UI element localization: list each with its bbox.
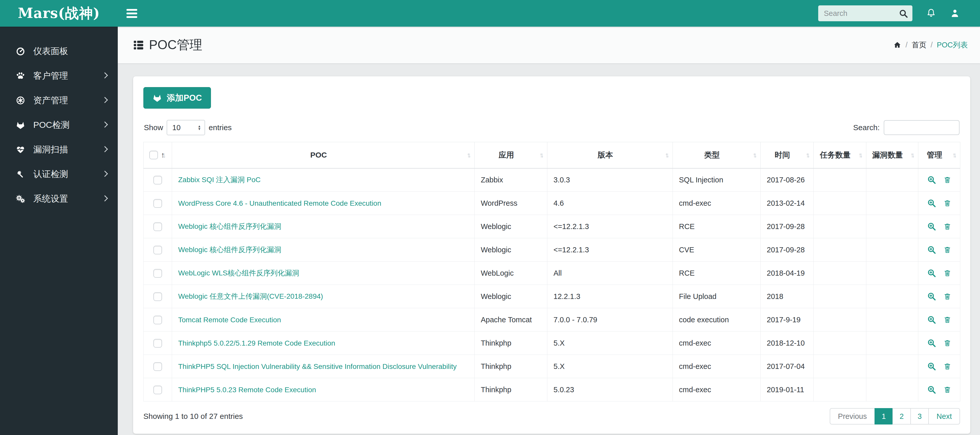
task-count-cell — [814, 192, 866, 215]
select-all-checkbox[interactable] — [149, 151, 158, 159]
vuln-count-cell — [866, 215, 918, 238]
sidebar-item-vulnerability-scan[interactable]: 漏洞扫描 — [0, 137, 118, 162]
app-cell: Zabbix — [475, 168, 547, 192]
search-icon[interactable] — [899, 9, 908, 18]
sidebar-item-auth-detection[interactable]: 认证检测 — [0, 162, 118, 186]
poc-link[interactable]: WordPress Core 4.6 - Unauthenticated Rem… — [178, 199, 381, 207]
row-checkbox[interactable] — [153, 176, 162, 185]
topbar-search-input[interactable] — [818, 5, 912, 21]
delete-poc-button[interactable] — [943, 246, 951, 254]
poc-link[interactable]: Tomcat Remote Code Execution — [178, 316, 281, 324]
view-poc-button[interactable] — [927, 245, 936, 254]
add-poc-button[interactable]: 添加POC — [143, 87, 211, 108]
time-cell: 2017-08-26 — [760, 168, 814, 192]
delete-poc-button[interactable] — [943, 293, 951, 301]
entries-label: entries — [208, 123, 232, 132]
type-cell: RCE — [673, 261, 760, 285]
delete-poc-button[interactable] — [943, 269, 951, 277]
poc-link[interactable]: Thinkphp5 5.0.22/5.1.29 Remote Code Exec… — [178, 339, 335, 347]
poc-link[interactable]: Zabbix SQI 注入漏洞 PoC — [178, 176, 261, 184]
column-header-type[interactable]: 类型↑↓ — [673, 142, 760, 168]
row-checkbox[interactable] — [153, 246, 162, 254]
table-row: ThinkPHP5 5.0.23 Remote Code ExecutionTh… — [144, 378, 960, 402]
type-cell: cmd-exec — [673, 378, 760, 402]
row-checkbox[interactable] — [153, 339, 162, 347]
delete-poc-button[interactable] — [943, 362, 951, 370]
row-checkbox[interactable] — [153, 386, 162, 394]
poc-link[interactable]: ThinkPHP5 SQL Injection Vulnerability &&… — [178, 362, 457, 370]
poc-link[interactable]: ThinkPHP5 5.0.23 Remote Code Execution — [178, 386, 316, 394]
task-count-cell — [814, 308, 866, 331]
poc-link[interactable]: Weblogic 核心组件反序列化漏洞 — [178, 222, 281, 230]
row-checkbox[interactable] — [153, 222, 162, 231]
breadcrumb: / 首页 / POC列表 — [893, 40, 968, 50]
poc-link[interactable]: Weblogic 任意文件上传漏洞(CVE-2018-2894) — [178, 292, 323, 300]
sort-icon: ↑↓ — [467, 151, 471, 159]
delete-poc-button[interactable] — [943, 199, 951, 207]
view-poc-button[interactable] — [927, 385, 936, 394]
view-poc-button[interactable] — [927, 199, 936, 208]
sidebar-item-system-settings[interactable]: 系统设置 — [0, 186, 118, 211]
view-poc-button[interactable] — [927, 315, 936, 324]
poc-link[interactable]: WebLogic WLS核心组件反序列化漏洞 — [178, 269, 299, 277]
page-size-select[interactable]: 10 ▲▼ — [167, 120, 205, 135]
task-count-cell — [814, 285, 866, 308]
view-poc-button[interactable] — [927, 268, 936, 278]
sidebar-item-dashboard[interactable]: 仪表面板 — [0, 39, 118, 64]
pagination-page-3[interactable]: 3 — [910, 408, 929, 424]
vuln-count-cell — [866, 192, 918, 215]
app-cell: Thinkphp — [475, 355, 547, 378]
chevron-right-icon — [102, 72, 108, 78]
delete-poc-button[interactable] — [943, 223, 951, 231]
view-poc-button[interactable] — [927, 292, 936, 301]
view-poc-button[interactable] — [927, 175, 936, 185]
user-account-icon[interactable] — [950, 8, 960, 18]
view-poc-button[interactable] — [927, 362, 936, 371]
table-search-input[interactable] — [884, 120, 959, 135]
column-header-task-count[interactable]: 任务数量↑↓ — [814, 142, 866, 168]
type-cell: SQL Injection — [673, 168, 760, 192]
column-header-app[interactable]: 应用↑↓ — [475, 142, 547, 168]
delete-poc-button[interactable] — [943, 339, 951, 347]
pagination-page-2[interactable]: 2 — [892, 408, 911, 424]
sidebar-toggle-button[interactable] — [125, 6, 145, 21]
home-icon[interactable] — [893, 41, 901, 49]
delete-poc-button[interactable] — [943, 386, 951, 394]
column-header-vuln-count[interactable]: 漏洞数量↑↓ — [866, 142, 918, 168]
pagination-previous[interactable]: Previous — [830, 408, 875, 424]
column-header-manage[interactable]: 管理↑↓ — [918, 142, 960, 168]
row-checkbox[interactable] — [153, 315, 162, 324]
poc-link[interactable]: Weblogic 核心组件反序列化漏洞 — [178, 246, 281, 253]
app-cell: Thinkphp — [475, 331, 547, 355]
row-checkbox[interactable] — [153, 269, 162, 278]
task-count-cell — [814, 215, 866, 238]
type-cell: CVE — [673, 238, 760, 261]
pagination-page-1[interactable]: 1 — [875, 408, 893, 424]
sidebar-item-asset-management[interactable]: 资产管理 — [0, 88, 118, 113]
table-row: Tomcat Remote Code ExecutionApache Tomca… — [144, 308, 960, 331]
row-checkbox[interactable] — [153, 362, 162, 371]
task-count-cell — [814, 378, 866, 402]
version-cell: <=12.2.1.3 — [547, 215, 673, 238]
view-poc-button[interactable] — [927, 338, 936, 347]
notifications-bell-icon[interactable] — [926, 8, 937, 19]
vuln-count-cell — [866, 238, 918, 261]
type-cell: cmd-exec — [673, 355, 760, 378]
vuln-count-cell — [866, 378, 918, 402]
column-header-select[interactable]: ↑↓ — [144, 142, 172, 168]
brand-logo[interactable]: Mars(战神) — [0, 0, 118, 27]
delete-poc-button[interactable] — [943, 316, 951, 324]
pagination-next[interactable]: Next — [928, 408, 960, 424]
column-header-version[interactable]: 版本↑↓ — [547, 142, 673, 168]
column-header-poc[interactable]: POC↑↓ — [172, 142, 475, 168]
row-checkbox[interactable] — [153, 199, 162, 208]
delete-poc-button[interactable] — [943, 176, 951, 184]
view-poc-button[interactable] — [927, 222, 936, 231]
breadcrumb-separator: / — [931, 41, 933, 49]
column-header-time[interactable]: 时间↑↓ — [760, 142, 814, 168]
row-checkbox[interactable] — [153, 292, 162, 301]
breadcrumb-home-link[interactable]: 首页 — [912, 40, 926, 50]
sidebar-item-poc-detection[interactable]: POC检测 — [0, 113, 118, 137]
vuln-count-cell — [866, 168, 918, 192]
sidebar-item-customer-management[interactable]: 客户管理 — [0, 64, 118, 88]
